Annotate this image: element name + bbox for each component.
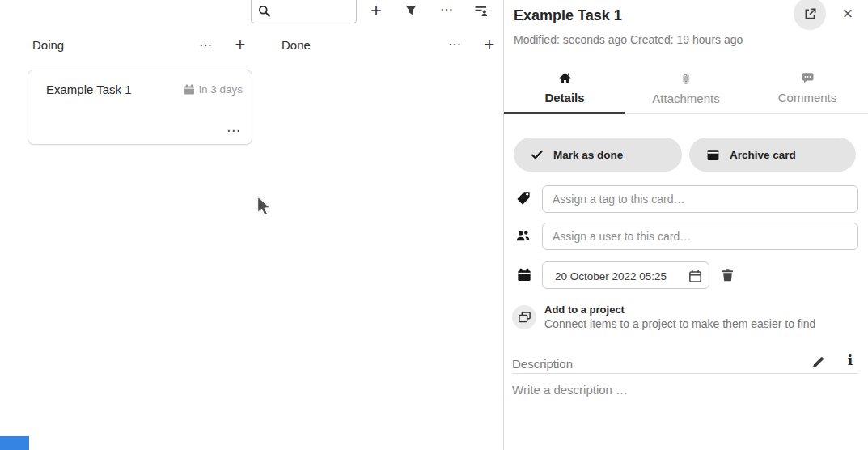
search-field[interactable]: [251, 0, 357, 23]
column-done-menu-button[interactable]: ⋯: [443, 33, 466, 56]
card-due-badge: in 3 days: [184, 83, 243, 96]
external-link-icon: [803, 7, 817, 21]
ellipsis-icon: ⋯: [448, 38, 461, 51]
mark-as-done-label: Mark as done: [553, 149, 623, 161]
column-done-add-button[interactable]: +: [478, 33, 501, 56]
edit-description-button[interactable]: [809, 353, 827, 371]
tab-attachments[interactable]: Attachments: [625, 65, 747, 113]
column-doing-add-button[interactable]: +: [229, 33, 252, 56]
plus-icon: +: [485, 34, 495, 55]
tab-details[interactable]: Details: [504, 65, 625, 113]
check-icon: [531, 148, 544, 161]
tag-icon: [516, 191, 531, 206]
due-date-field[interactable]: [542, 261, 709, 289]
pencil-icon: [811, 355, 825, 369]
ellipsis-icon: ⋯: [199, 39, 212, 52]
plus-icon: +: [370, 0, 382, 21]
active-tab-underline: [504, 112, 625, 114]
mouse-cursor: [256, 195, 272, 218]
description-placeholder[interactable]: Write a description …: [512, 383, 628, 397]
task-card[interactable]: Example Task 1 in 3 days ⋯: [28, 70, 252, 145]
due-date-input[interactable]: [553, 262, 678, 290]
card-title: Example Task 1: [46, 83, 132, 96]
tab-comments-label: Comments: [778, 91, 837, 104]
column-doing-menu-button[interactable]: ⋯: [194, 34, 217, 57]
description-info-button[interactable]: i: [841, 351, 859, 369]
tab-details-label: Details: [544, 91, 584, 104]
assign-tag-input[interactable]: [542, 185, 858, 213]
add-to-project-subtitle: Connect items to a project to make them …: [544, 317, 815, 330]
search-icon: [258, 5, 271, 18]
card-menu-button[interactable]: ⋯: [227, 122, 240, 139]
close-panel-button[interactable]: ×: [837, 3, 858, 24]
panel-task-title: Example Task 1: [514, 7, 622, 24]
tab-comments[interactable]: Comments: [747, 65, 868, 113]
description-divider: [512, 373, 858, 374]
plus-icon: +: [235, 34, 246, 55]
tab-attachments-label: Attachments: [652, 91, 719, 105]
filter-funnel-icon: [404, 4, 417, 17]
archive-card-label: Archive card: [730, 149, 796, 161]
trash-icon: [721, 268, 735, 282]
column-title-doing: Doing: [32, 38, 64, 52]
ellipsis-icon: ⋯: [227, 123, 240, 138]
column-title-done: Done: [282, 38, 311, 52]
add-to-project-title: Add to a project: [544, 304, 625, 316]
panel-task-meta: Modified: seconds ago Created: 19 hours …: [514, 33, 743, 46]
board-menu-button[interactable]: ⋯: [435, 0, 458, 21]
calendar-outline-icon: [688, 270, 702, 283]
panel-tabbar: Details Attachments Comments: [504, 65, 868, 114]
info-icon: i: [848, 352, 853, 368]
remove-due-date-button[interactable]: [719, 267, 735, 283]
due-date-icon: [517, 268, 531, 282]
archive-card-button[interactable]: Archive card: [689, 138, 856, 172]
filter-button[interactable]: [400, 0, 422, 22]
archive-icon: [706, 148, 720, 162]
add-card-button[interactable]: +: [365, 0, 387, 22]
comment-icon: [801, 72, 815, 85]
task-detail-panel: Example Task 1 Modified: seconds ago Cre…: [504, 0, 868, 450]
pop-out-button[interactable]: [794, 0, 826, 30]
mark-as-done-button[interactable]: Mark as done: [514, 138, 682, 172]
blue-corner-marker: [0, 436, 29, 450]
card-due-text: in 3 days: [199, 83, 243, 96]
calendar-icon: [184, 84, 195, 96]
project-windows-icon: [518, 311, 531, 325]
ellipsis-icon: ⋯: [440, 3, 453, 16]
close-icon: ×: [843, 3, 853, 24]
open-calendar-button[interactable]: [688, 269, 702, 283]
assign-user-input[interactable]: [542, 223, 858, 250]
sort-by-user-button[interactable]: [470, 0, 493, 22]
home-icon: [558, 72, 572, 85]
kanban-board: + ⋯ Doing ⋯ +: [0, 0, 503, 450]
users-icon: [515, 229, 531, 243]
search-input[interactable]: [274, 1, 352, 20]
add-to-project-button[interactable]: [512, 305, 536, 329]
paperclip-icon: [680, 72, 692, 86]
app-window: + ⋯ Doing ⋯ +: [0, 0, 868, 450]
sort-user-icon: [475, 4, 488, 17]
description-label: Description: [512, 357, 573, 371]
